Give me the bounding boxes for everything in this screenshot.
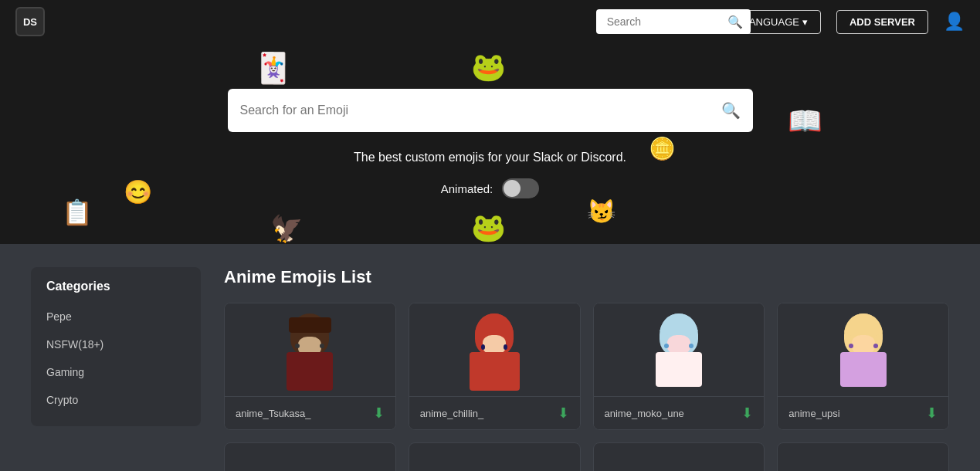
chevron-down-icon: ▾ [802,16,808,28]
emoji-img-2 [409,303,580,396]
download-button-4[interactable]: ⬇ [926,405,938,422]
emoji-card-placeholder-4 [777,442,949,471]
float-emoji-8: 🦅 [270,213,303,244]
emoji-img-1 [225,303,395,396]
emoji-card-4: anime_upsi ⬇ [777,303,949,430]
emoji-name-1: anime_Tsukasa_ [236,408,311,419]
nav-search-container: 🔍 [596,9,751,34]
hero-search-input[interactable] [240,103,721,117]
sidebar-item-nsfw[interactable]: NSFW(18+) [31,330,201,358]
emoji-footer-2: anime_chillin_ ⬇ [409,396,580,429]
emoji-footer-1: anime_Tsukasa_ ⬇ [225,396,395,429]
animated-label: Animated: [441,182,493,195]
sidebar-item-pepe[interactable]: Pepe [31,303,201,330]
emoji-footer-4: anime_upsi ⬇ [778,396,948,429]
emoji-card-1: anime_Tsukasa_ ⬇ [224,303,396,430]
language-label: LANGUAGE [744,16,799,28]
sidebar: Categories Pepe NSFW(18+) Gaming Crypto [31,267,201,426]
user-icon[interactable]: 👤 [944,12,965,32]
logo-button[interactable]: DS [15,7,45,36]
hero-tagline: The best custom emojis for your Slack or… [354,151,626,164]
hero-search-icon: 🔍 [721,101,741,120]
sidebar-item-crypto[interactable]: Crypto [31,386,201,414]
section-title: Anime Emojis List [224,267,949,287]
toggle-thumb [504,180,521,197]
emoji-section: Anime Emojis List [224,267,949,471]
hero-section: 🃏 🐸 📋 😊 🪙 📖 😼 🔍 The best custom emojis f… [0,43,980,244]
float-emoji-5: 🪙 [649,136,676,161]
float-emoji-3: 📋 [62,198,93,227]
float-emoji-7: 😼 [587,198,615,225]
emoji-img-3 [594,303,765,396]
emoji-card-placeholder-1 [224,442,396,471]
sidebar-item-gaming[interactable]: Gaming [31,358,201,386]
float-emoji-2: 🐸 [471,51,506,83]
emoji-img-4 [778,303,948,396]
float-emoji-4: 😊 [124,178,152,205]
download-button-1[interactable]: ⬇ [373,405,385,422]
emoji-card-2: anime_chillin_ ⬇ [409,303,581,430]
logo-area: DS [15,7,62,36]
float-emoji-9: 🐸 [471,212,506,244]
float-emoji-6: 📖 [788,105,822,137]
download-button-2[interactable]: ⬇ [558,405,569,422]
emoji-card-placeholder-2 [409,442,581,471]
sidebar-title: Categories [31,280,201,303]
animated-toggle[interactable] [502,178,539,198]
animated-row: Animated: [441,178,540,198]
nav-search-icon: 🔍 [727,15,743,29]
emoji-card-placeholder-3 [593,442,765,471]
logo-text: DS [23,16,37,28]
emoji-name-2: anime_chillin_ [420,408,483,419]
float-emoji-1: 🃏 [255,51,291,85]
emoji-name-4: anime_upsi [788,408,840,419]
emoji-footer-3: anime_moko_une ⬇ [594,396,765,429]
navbar: DS 🔍 ⌂ 📊 ★ 🖼 LANGUAGE ▾ ADD SERVER 👤 [0,0,980,43]
main-content: Categories Pepe NSFW(18+) Gaming Crypto … [0,244,980,471]
add-server-button[interactable]: ADD SERVER [836,10,928,34]
emoji-card-3: anime_moko_une ⬇ [593,303,765,430]
emoji-grid: anime_Tsukasa_ ⬇ [224,303,949,430]
hero-search-container: 🔍 [228,89,753,132]
emoji-name-3: anime_moko_une [605,408,684,419]
download-button-3[interactable]: ⬇ [741,405,753,422]
